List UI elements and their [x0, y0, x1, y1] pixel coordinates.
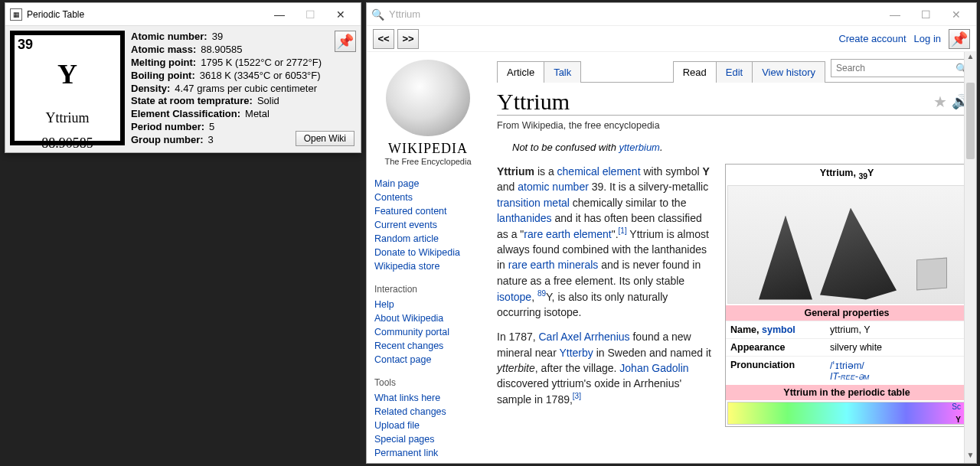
- sidebar-link[interactable]: Community portal: [374, 325, 482, 339]
- close-button[interactable]: ✕: [325, 5, 356, 24]
- wp-nav-main: Main pageContentsFeatured contentCurrent…: [374, 177, 482, 273]
- wp-nav-tools: Tools What links hereRelated changesUplo…: [374, 377, 482, 460]
- sidebar-link[interactable]: Related changes: [374, 405, 482, 419]
- link-atomic-number[interactable]: atomic number: [518, 181, 589, 193]
- tab-article[interactable]: Article: [497, 61, 544, 83]
- sidebar-link[interactable]: Current events: [374, 218, 482, 232]
- tab-talk[interactable]: Talk: [544, 61, 581, 83]
- sidebar-link[interactable]: What links here: [374, 391, 482, 405]
- sidebar-link[interactable]: Random article: [374, 232, 482, 246]
- sidebar-link[interactable]: Featured content: [374, 204, 482, 218]
- globe-icon: [386, 60, 470, 136]
- melting-label: Melting point:: [131, 57, 196, 70]
- open-wiki-button[interactable]: Open Wiki: [296, 131, 354, 146]
- wp-tagline: The Free Encyclopedia: [374, 157, 482, 166]
- link-ytterby[interactable]: Ytterby: [559, 347, 593, 359]
- state-value: Solid: [257, 95, 279, 108]
- tab-edit[interactable]: Edit: [716, 61, 753, 83]
- article-heading: Yttrium: [497, 89, 933, 115]
- element-number: 39: [18, 37, 33, 53]
- class-label: Element Classification:: [131, 108, 240, 121]
- boiling-label: Boiling point:: [131, 70, 195, 83]
- infobox-pt-strip[interactable]: Sc Y: [727, 402, 966, 425]
- tab-history[interactable]: View history: [752, 61, 825, 83]
- link-chemical-element[interactable]: chemical element: [557, 165, 641, 178]
- wiki-window-title: Yttrium: [389, 8, 880, 20]
- create-account-link[interactable]: Create account: [838, 33, 906, 44]
- sidebar-link[interactable]: About Wikipedia: [374, 311, 482, 325]
- close-button[interactable]: ✕: [941, 5, 972, 24]
- ref-3[interactable]: [3]: [573, 392, 581, 400]
- link-rare-earth-minerals[interactable]: rare earth minerals: [508, 259, 599, 271]
- pin-button[interactable]: 📌: [335, 31, 356, 52]
- pt-window-title: Periodic Table: [27, 9, 264, 20]
- search-icon: 🔍: [371, 8, 384, 21]
- state-label: State at room temprature:: [131, 95, 253, 108]
- group-value: 3: [208, 134, 214, 147]
- period-value: 5: [209, 121, 214, 134]
- class-value: Metal: [245, 108, 270, 121]
- sidebar-link[interactable]: Contact page: [374, 353, 482, 367]
- atomic-mass-label: Atomic mass:: [131, 44, 196, 57]
- maximize-button[interactable]: ☐: [910, 5, 941, 24]
- sidebar-link[interactable]: Help: [374, 298, 482, 311]
- wp-sidebar: WIKIPEDIA The Free Encyclopedia Main pag…: [367, 52, 489, 463]
- wp-wordmark: WIKIPEDIA: [374, 141, 482, 157]
- tab-read[interactable]: Read: [673, 61, 717, 83]
- link-rare-earth[interactable]: rare earth element: [524, 228, 611, 240]
- infobox-name-val: yttrium, Y: [825, 321, 968, 338]
- sidebar-link[interactable]: Donate to Wikipedia: [374, 246, 482, 259]
- pin-icon: 📌: [951, 31, 968, 47]
- wp-logo[interactable]: WIKIPEDIA The Free Encyclopedia: [374, 60, 482, 166]
- log-in-link[interactable]: Log in: [914, 33, 941, 44]
- infobox-section-general: General properties: [726, 305, 968, 321]
- sidebar-link[interactable]: Wikipedia store: [374, 259, 482, 273]
- scrollbar[interactable]: ▲ ▼: [964, 52, 976, 463]
- sidebar-link[interactable]: Contents: [374, 191, 482, 204]
- nav-back-button[interactable]: <<: [373, 29, 394, 49]
- nav-forward-button[interactable]: >>: [397, 29, 419, 49]
- link-arrhenius[interactable]: Carl Axel Arrhenius: [539, 331, 630, 343]
- infobox-pron-val: /ˈɪtriəm/IT-ree-əm: [825, 357, 968, 385]
- search-box[interactable]: 🔍: [831, 59, 969, 77]
- scroll-thumb[interactable]: [966, 83, 975, 159]
- wiki-toolbar: << >> Create account Log in 📌: [367, 26, 976, 52]
- maximize-button: ☐: [295, 5, 325, 24]
- boiling-value: 3618 K (3345°C or 6053°F): [200, 70, 321, 83]
- atomic-mass-value: 88.90585: [201, 44, 242, 57]
- wp-nav-interaction: Interaction HelpAbout WikipediaCommunity…: [374, 284, 482, 367]
- atomic-number-label: Atomic number:: [131, 31, 207, 44]
- sidebar-link[interactable]: Recent changes: [374, 339, 482, 353]
- star-icon[interactable]: ★: [933, 93, 947, 111]
- link-transition-metal[interactable]: transition metal: [497, 197, 570, 209]
- scroll-up-icon[interactable]: ▲: [965, 52, 976, 64]
- link-isotope[interactable]: isotope: [497, 291, 531, 303]
- wiki-window: 🔍 Yttrium — ☐ ✕ << >> Create account Log…: [366, 2, 977, 464]
- search-input[interactable]: [831, 63, 956, 73]
- minimize-button[interactable]: —: [264, 5, 295, 24]
- wiki-content: WIKIPEDIA The Free Encyclopedia Main pag…: [367, 52, 976, 463]
- infobox-image[interactable]: [727, 185, 966, 304]
- minimize-button[interactable]: —: [880, 5, 910, 24]
- wiki-titlebar: 🔍 Yttrium — ☐ ✕: [367, 3, 976, 26]
- article-subtitle: From Wikipedia, the free encyclopedia: [497, 120, 969, 131]
- infobox-name-key: Name, symbol: [726, 321, 825, 338]
- sidebar-link[interactable]: Main page: [374, 177, 482, 191]
- scroll-down-icon[interactable]: ▼: [965, 451, 976, 463]
- nav-head-tools: Tools: [374, 377, 482, 388]
- melting-value: 1795 K (1522°C or 2772°F): [201, 57, 322, 70]
- pin-button[interactable]: 📌: [949, 29, 970, 49]
- infobox-title: Yttrium, 39Y: [726, 165, 968, 184]
- sidebar-link[interactable]: Special pages: [374, 432, 482, 446]
- element-name: Yttrium: [15, 110, 120, 126]
- period-label: Period number:: [131, 121, 204, 134]
- sidebar-link[interactable]: Permanent link: [374, 446, 482, 460]
- infobox-pron-key: Pronunciation: [726, 357, 825, 385]
- ref-1[interactable]: [1]: [619, 226, 627, 235]
- link-lanthanides[interactable]: lanthanides: [497, 212, 552, 224]
- link-gadolin[interactable]: Johan Gadolin: [619, 362, 688, 374]
- properties-panel: 📌 Atomic number:39 Atomic mass:88.90585 …: [131, 31, 356, 148]
- sidebar-link[interactable]: Upload file: [374, 419, 482, 432]
- hatnote-link[interactable]: ytterbium: [619, 142, 659, 153]
- element-tile: 39 Y Yttrium 88.90585: [10, 31, 125, 145]
